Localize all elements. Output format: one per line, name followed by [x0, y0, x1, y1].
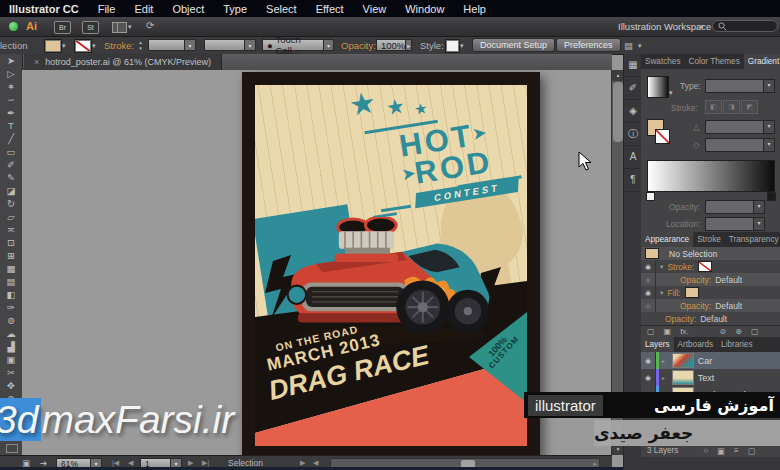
shape-builder-tool[interactable]: ⊞: [0, 249, 22, 262]
symbols-panel-icon[interactable]: ◈: [624, 100, 642, 123]
symbol-sprayer-tool[interactable]: ☁: [0, 327, 22, 340]
document-tab[interactable]: × hotrod_poster.ai @ 61% (CMYK/Preview): [24, 54, 222, 70]
free-transform-tool[interactable]: ⊡: [0, 236, 22, 249]
stroke-none-swatch[interactable]: [698, 261, 712, 272]
visibility-eye-icon[interactable]: ◉: [641, 260, 656, 273]
last-artboard-button[interactable]: ▶|: [202, 459, 209, 467]
app-title[interactable]: Illustrator CC: [9, 3, 79, 15]
locate-object-icon[interactable]: ○: [703, 446, 708, 455]
gradient-location-select[interactable]: ▾: [705, 217, 765, 231]
variable-width-profile-select[interactable]: ▾: [204, 39, 256, 51]
gradient-stop-white[interactable]: [646, 192, 655, 201]
swatches-panel-icon[interactable]: ▦: [624, 54, 642, 77]
new-fill-icon[interactable]: ▣: [664, 327, 672, 336]
pen-tool[interactable]: ✒: [0, 106, 22, 119]
gradient-aspect-select[interactable]: ▾: [705, 138, 775, 152]
workspace-dropdown-icon[interactable]: ▾: [700, 23, 704, 31]
gradient-preset-dropdown-icon[interactable]: ▾: [669, 89, 673, 97]
fill-color-swatch[interactable]: [44, 39, 62, 53]
stroke-weight-stepper[interactable]: ▴▾: [136, 39, 145, 51]
gradient-preview-swatch[interactable]: [647, 76, 669, 98]
appearance-row-fill[interactable]: ◉ ▼ Fill:: [641, 286, 780, 299]
brushes-panel-icon[interactable]: ✐: [624, 77, 642, 100]
direct-selection-tool[interactable]: ▷: [0, 67, 22, 80]
vertical-scroll-thumb[interactable]: [613, 82, 623, 142]
appearance-row-fill-opacity[interactable]: ◉ Opacity: Default: [641, 299, 780, 312]
selection-tool[interactable]: ➤: [0, 54, 22, 67]
artboard-tool[interactable]: ▣: [0, 353, 22, 366]
fill-swatch[interactable]: [685, 287, 699, 298]
next-artboard-button[interactable]: ▶: [188, 459, 193, 467]
pencil-tool[interactable]: ✎: [0, 171, 22, 184]
stroke-color-swatch[interactable]: [74, 39, 92, 53]
magic-wand-tool[interactable]: ✶: [0, 80, 22, 93]
menu-object[interactable]: Object: [172, 3, 204, 15]
draw-mode-icon[interactable]: [6, 444, 18, 453]
menu-effect[interactable]: Effect: [316, 3, 344, 15]
menu-edit[interactable]: Edit: [134, 3, 153, 15]
appearance-row-stroke-opacity[interactable]: ◉ Opacity: Default: [641, 273, 780, 286]
gradient-slider[interactable]: [647, 160, 775, 192]
character-panel-icon[interactable]: A: [624, 146, 642, 169]
search-input[interactable]: [712, 20, 778, 32]
disclosure-icon[interactable]: ▼: [659, 290, 664, 296]
visibility-eye-icon[interactable]: ◉: [641, 273, 656, 286]
stroke-dropdown-icon[interactable]: ▾: [92, 42, 96, 50]
eraser-tool[interactable]: ◪: [0, 184, 22, 197]
gradient-stroke-within-button[interactable]: ◧: [705, 100, 722, 114]
column-graph-tool[interactable]: ▟: [0, 340, 22, 353]
type-tool[interactable]: T: [0, 119, 22, 132]
line-segment-tool[interactable]: ╱: [0, 132, 22, 145]
delete-item-icon[interactable]: ▢: [751, 327, 759, 336]
previous-artboard-button[interactable]: ◀: [128, 459, 133, 467]
brush-definition-select[interactable]: ● Touch Call... ▾: [262, 39, 334, 51]
gradient-tool[interactable]: ◧: [0, 288, 22, 301]
tab-layers[interactable]: Layers: [641, 337, 674, 352]
align-dropdown-icon[interactable]: ▾: [638, 42, 642, 50]
gradient-stop-black[interactable]: [767, 192, 776, 201]
perspective-grid-tool[interactable]: ▦: [0, 262, 22, 275]
arrange-documents-icon[interactable]: [112, 22, 127, 33]
info-panel-icon[interactable]: ⓘ: [624, 123, 642, 146]
preferences-button[interactable]: Preferences: [556, 38, 621, 52]
stock-button[interactable]: St: [82, 21, 99, 34]
blend-tool[interactable]: ⊚: [0, 314, 22, 327]
gradient-stroke-proxy-swatch[interactable]: [655, 129, 670, 144]
appearance-row-stroke[interactable]: ◉ ▼ Stroke:: [641, 260, 780, 273]
document-setup-button[interactable]: Document Setup: [472, 38, 555, 52]
menu-view[interactable]: View: [363, 3, 387, 15]
opacity-label[interactable]: Opacity:: [341, 40, 376, 51]
add-effect-icon[interactable]: fx.: [680, 327, 688, 336]
menu-file[interactable]: File: [98, 3, 116, 15]
poster-artboard[interactable]: ★ ★ ★ HOT➤ ➤ROD CONTEST: [242, 72, 540, 455]
workspace-switcher[interactable]: Illustration Workspace: [618, 21, 711, 32]
disclosure-icon[interactable]: ▸: [662, 375, 665, 381]
clear-appearance-icon[interactable]: ⊘: [720, 327, 727, 336]
lasso-tool[interactable]: ∽: [0, 93, 22, 106]
layer-thumbnail[interactable]: [672, 353, 694, 368]
tab-color-themes[interactable]: Color Themes: [685, 54, 744, 69]
gradient-type-select[interactable]: ▾: [705, 79, 775, 93]
layer-row-text[interactable]: ◉ ▸ Text: [641, 369, 780, 387]
visibility-eye-icon[interactable]: ◉: [641, 352, 656, 369]
menu-select[interactable]: Select: [266, 3, 297, 15]
paintbrush-tool[interactable]: ✐: [0, 158, 22, 171]
status-arrow-right-icon[interactable]: ▶: [300, 459, 305, 467]
appearance-row-no-selection[interactable]: No Selection: [641, 247, 780, 260]
layer-thumbnail[interactable]: [672, 370, 694, 385]
new-stroke-icon[interactable]: ▢: [647, 327, 655, 336]
opacity-input[interactable]: 100%▸: [376, 39, 412, 51]
tab-gradient[interactable]: Gradient: [744, 54, 780, 69]
rotate-tool[interactable]: ↻: [0, 197, 22, 210]
close-tab-icon[interactable]: ×: [34, 57, 39, 67]
mesh-tool[interactable]: ▤: [0, 275, 22, 288]
style-swatch[interactable]: [445, 39, 460, 53]
align-options-icon[interactable]: ▤: [624, 40, 633, 51]
tab-artboards[interactable]: Artboards: [674, 337, 718, 352]
tab-stroke[interactable]: Stroke: [693, 232, 725, 247]
visibility-eye-icon[interactable]: ◉: [641, 299, 656, 312]
menu-help[interactable]: Help: [463, 3, 486, 15]
layer-row-car[interactable]: ◉ ▸ Car: [641, 352, 780, 370]
tab-libraries[interactable]: Libraries: [717, 337, 756, 352]
gradient-stroke-across-button[interactable]: ◩: [741, 100, 758, 114]
